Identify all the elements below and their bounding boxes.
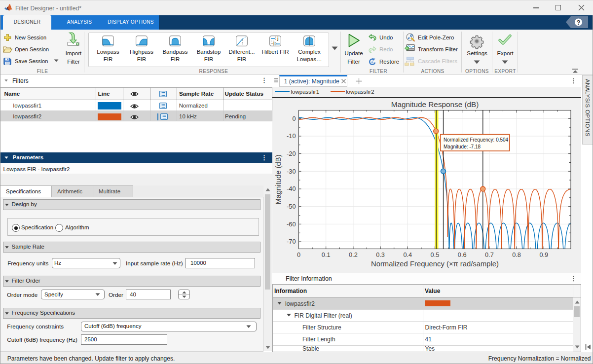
- svg-text:0.5: 0.5: [431, 251, 440, 258]
- svg-text:0.9: 0.9: [539, 251, 548, 258]
- svg-text:0.4: 0.4: [403, 251, 412, 258]
- svg-text:-30: -30: [287, 167, 296, 175]
- svg-text:Magnitude (dB): Magnitude (dB): [274, 154, 282, 204]
- svg-text:0: 0: [297, 251, 300, 258]
- svg-text:-50: -50: [287, 203, 296, 210]
- svg-text:Magnitude Response (dB): Magnitude Response (dB): [391, 100, 479, 109]
- svg-text:0.8: 0.8: [512, 251, 521, 258]
- svg-text:j: j: [277, 36, 279, 41]
- svg-text:0.1: 0.1: [322, 251, 331, 258]
- svg-text:Normalized Frequency (×π rad/s: Normalized Frequency (×π rad/sample): [371, 260, 499, 268]
- svg-text:0.7: 0.7: [485, 251, 494, 258]
- svg-text:0.2: 0.2: [349, 251, 358, 258]
- svg-text:-40: -40: [287, 185, 296, 192]
- svg-text:-10: -10: [287, 132, 296, 140]
- svg-text:0: 0: [292, 114, 296, 122]
- svg-text:0.6: 0.6: [458, 251, 467, 258]
- svg-text:–j: –j: [271, 40, 275, 45]
- svg-text:-60: -60: [287, 220, 296, 227]
- svg-text:Normalized Frequency: 0.504: Normalized Frequency: 0.504: [444, 137, 509, 142]
- svg-text:-70: -70: [287, 238, 296, 245]
- svg-text:0.3: 0.3: [376, 251, 385, 258]
- svg-text:Magnitude: -7.18: Magnitude: -7.18: [444, 144, 481, 149]
- svg-text:?: ?: [577, 19, 581, 26]
- svg-text:-20: -20: [287, 149, 296, 157]
